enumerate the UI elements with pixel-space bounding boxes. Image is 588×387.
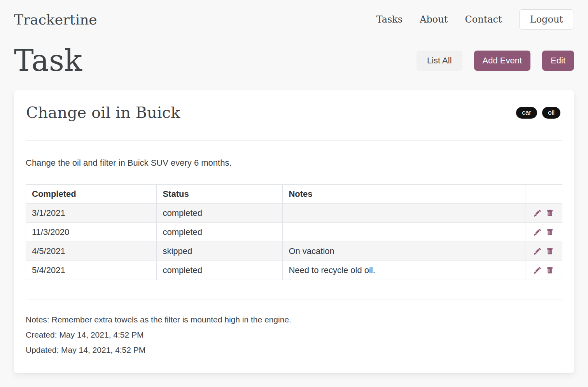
pencil-icon	[534, 210, 541, 217]
brand-logo[interactable]: Trackertine	[14, 12, 97, 28]
divider	[26, 140, 562, 141]
edit-task-button[interactable]: Edit	[542, 51, 574, 71]
delete-event-button[interactable]	[544, 210, 556, 218]
top-bar: Trackertine Tasks About Contact Logout	[0, 0, 588, 33]
event-row: 5/4/2021completedNeed to recycle old oil…	[26, 261, 562, 280]
task-description: Change the oil and filter in Buick SUV e…	[26, 158, 562, 168]
event-completed-cell: 5/4/2021	[26, 261, 157, 280]
pencil-icon	[534, 229, 541, 236]
task-card: Change oil in Buick car oil Change the o…	[14, 90, 574, 373]
event-status-cell: skipped	[157, 242, 283, 261]
event-row: 4/5/2021skippedOn vacation	[26, 242, 562, 261]
event-actions-cell	[525, 261, 562, 280]
nav-link-about[interactable]: About	[420, 14, 448, 25]
column-header-notes: Notes	[283, 185, 525, 204]
trash-icon	[546, 267, 553, 274]
task-updated: Updated: May 14, 2021, 4:52 PM	[26, 345, 562, 355]
task-meta: Notes: Remember extra towels as the filt…	[26, 315, 562, 355]
trash-icon	[546, 248, 553, 255]
page-actions: List All Add Event Edit	[416, 51, 574, 71]
tag-pill[interactable]: car	[516, 107, 537, 119]
column-header-status: Status	[157, 185, 283, 204]
event-status-cell: completed	[157, 261, 283, 280]
delete-event-button[interactable]	[544, 229, 556, 237]
task-card-header: Change oil in Buick car oil	[26, 103, 562, 121]
event-completed-cell: 4/5/2021	[26, 242, 157, 261]
tag-pill[interactable]: oil	[542, 107, 560, 119]
trash-icon	[546, 229, 553, 236]
event-status-cell: completed	[157, 204, 283, 223]
nav-link-tasks[interactable]: Tasks	[376, 14, 402, 25]
page-header: Task List All Add Event Edit	[0, 46, 588, 75]
event-row: 11/3/2020completed	[26, 223, 562, 242]
edit-event-button[interactable]	[531, 210, 544, 218]
events-table-body: 3/1/2021completed11/3/2020completed4/5/2…	[26, 204, 562, 280]
task-title: Change oil in Buick	[26, 103, 180, 121]
events-table-head: Completed Status Notes	[26, 185, 562, 204]
task-created: Created: May 14, 2021, 4:52 PM	[26, 330, 562, 340]
edit-event-button[interactable]	[531, 229, 544, 237]
event-completed-cell: 11/3/2020	[26, 223, 157, 242]
event-notes-cell	[283, 223, 525, 242]
event-completed-cell: 3/1/2021	[26, 204, 157, 223]
divider	[26, 299, 562, 299]
edit-event-button[interactable]	[531, 267, 544, 275]
pencil-icon	[534, 248, 541, 255]
event-actions-cell	[525, 223, 562, 242]
event-row: 3/1/2021completed	[26, 204, 562, 223]
event-notes-cell: Need to recycle old oil.	[283, 261, 525, 280]
trash-icon	[546, 210, 553, 217]
list-all-button[interactable]: List All	[416, 51, 462, 71]
add-event-button[interactable]: Add Event	[474, 51, 531, 71]
pencil-icon	[534, 267, 541, 274]
header-row: Completed Status Notes	[26, 185, 562, 204]
nav-link-contact[interactable]: Contact	[465, 14, 502, 25]
page-title: Task	[14, 46, 82, 75]
task-notes: Notes: Remember extra towels as the filt…	[26, 315, 562, 324]
event-actions-cell	[525, 242, 562, 261]
delete-event-button[interactable]	[544, 248, 556, 256]
event-actions-cell	[525, 204, 562, 223]
column-header-actions	[525, 185, 562, 204]
delete-event-button[interactable]	[544, 267, 556, 275]
event-notes-cell	[283, 204, 525, 223]
column-header-completed: Completed	[26, 185, 157, 204]
tag-list: car oil	[516, 107, 560, 119]
events-table: Completed Status Notes 3/1/2021completed…	[26, 184, 562, 280]
event-status-cell: completed	[157, 223, 283, 242]
event-notes-cell: On vacation	[283, 242, 525, 261]
edit-event-button[interactable]	[531, 248, 544, 256]
logout-button[interactable]: Logout	[519, 9, 574, 30]
main-nav: Tasks About Contact Logout	[376, 9, 574, 30]
